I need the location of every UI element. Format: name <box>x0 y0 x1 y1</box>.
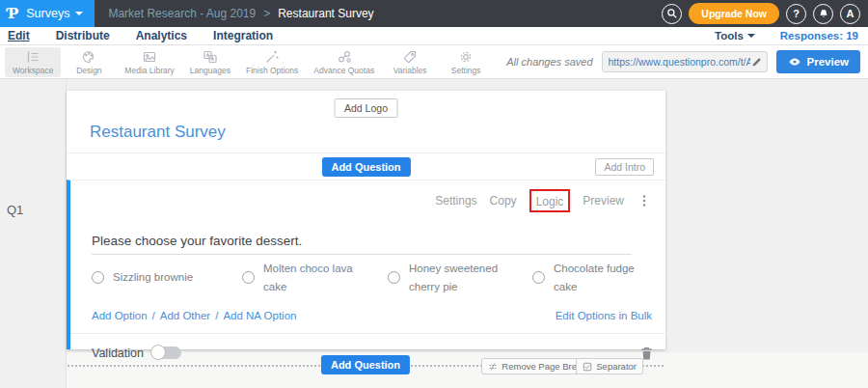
toolbar-item-design[interactable]: Design <box>61 47 117 77</box>
search-icon <box>666 8 678 19</box>
survey-card: Add Logo Restaurant Survey Add Question … <box>67 91 665 349</box>
notifications-button[interactable] <box>813 4 833 24</box>
questionpro-logo: Ƥ <box>8 5 18 22</box>
option-chocolate-fudge-cake: Chocolate fudge cake <box>532 260 656 296</box>
link-separator: / <box>215 310 218 321</box>
add-intro-button[interactable]: Add Intro <box>595 158 654 176</box>
radio-button[interactable] <box>532 271 545 284</box>
breadcrumb-separator: > <box>263 7 270 20</box>
palette-icon <box>81 49 96 65</box>
surveys-menu-label: Surveys <box>26 7 83 20</box>
account-avatar[interactable]: A <box>840 4 860 24</box>
chevron-down-icon <box>75 12 83 15</box>
survey-title[interactable]: Restaurant Survey <box>90 123 226 142</box>
toolbar-item-advance-quotas[interactable]: Advance Quotas <box>306 47 382 77</box>
toolbar-item-languages[interactable]: Languages <box>182 47 238 77</box>
editor-canvas: Q1 Add Logo Restaurant Survey Add Questi… <box>0 79 868 388</box>
toolbar-item-settings[interactable]: Settings <box>438 47 494 77</box>
question-block: Settings Copy Logic Preview Please choos… <box>67 180 665 349</box>
toolbar-item-workspace[interactable]: Workspace <box>5 47 61 77</box>
bell-icon <box>818 8 829 19</box>
add-question-button-top[interactable]: Add Question <box>321 157 410 177</box>
tag-icon <box>402 49 418 65</box>
nav-tab-edit[interactable]: Edit <box>8 29 30 42</box>
question-actions: Settings Copy Logic Preview <box>435 189 652 212</box>
image-icon <box>142 49 157 65</box>
gear-icon <box>458 49 474 65</box>
chain-icon <box>337 49 352 65</box>
answer-options: Sizzling brownie Molten choco lava cake … <box>92 260 656 296</box>
intro-row: Add Question Add Intro <box>67 152 665 180</box>
question-preview-link[interactable]: Preview <box>583 194 624 208</box>
add-na-option-link[interactable]: Add NA Option <box>223 310 296 321</box>
topbar-actions: Upgrade Now ? A <box>662 3 868 24</box>
toolbar-item-variables[interactable]: Variables <box>382 47 438 77</box>
option-molten-choco-lava-cake: Molten choco lava cake <box>242 260 388 296</box>
breadcrumb: Market Research - Aug 2019 > Restaurant … <box>108 7 373 20</box>
breadcrumb-folder[interactable]: Market Research - Aug 2019 <box>108 7 256 20</box>
wand-icon <box>264 49 280 65</box>
survey-url-box <box>602 51 768 72</box>
workspace-icon <box>25 49 41 65</box>
question-logic-link[interactable]: Logic <box>536 195 564 208</box>
page-break-icon <box>488 362 498 372</box>
nav-tab-distribute[interactable]: Distribute <box>56 29 110 42</box>
edit-url-button[interactable] <box>750 56 763 69</box>
option-links: Add Option / Add Other / Add NA Option <box>92 310 296 321</box>
chevron-down-icon <box>747 34 755 38</box>
add-other-link[interactable]: Add Other <box>160 310 210 321</box>
editor-toolbar: Workspace Design Media Library Languages… <box>0 45 868 79</box>
top-bar: Ƥ Surveys Market Research - Aug 2019 > R… <box>0 0 868 27</box>
search-button[interactable] <box>662 4 682 24</box>
responses-link[interactable]: Responses: 19 <box>780 30 858 42</box>
nav-right: Tools Responses: 19 <box>715 30 858 42</box>
survey-nav: Edit Distribute Analytics Integration To… <box>0 27 868 45</box>
edit-options-in-bulk-link[interactable]: Edit Options in Bulk <box>556 310 652 321</box>
option-sizzling-brownie: Sizzling brownie <box>92 260 242 296</box>
toolbar-item-media-library[interactable]: Media Library <box>117 47 182 77</box>
pencil-icon <box>750 56 763 69</box>
add-logo-button[interactable]: Add Logo <box>334 98 398 118</box>
link-separator: / <box>152 310 155 321</box>
separator-toggle-button[interactable]: Separator <box>576 358 643 374</box>
radio-button[interactable] <box>388 271 400 284</box>
kebab-menu-icon <box>638 194 650 208</box>
page-break-row: Add Question Remove Page Break Separator <box>0 354 868 383</box>
tools-dropdown[interactable]: Tools <box>715 30 755 42</box>
question-text[interactable]: Please choose your favorite dessert. <box>92 234 632 255</box>
save-status: All changes saved <box>506 56 592 68</box>
question-settings-link[interactable]: Settings <box>435 194 476 208</box>
toolbar-item-finish-options[interactable]: Finish Options <box>238 47 306 77</box>
question-more-menu[interactable] <box>637 194 652 208</box>
option-honey-sweetened-cherry-pie: Honey sweetened cherry pie <box>388 260 532 296</box>
translate-icon <box>203 49 218 65</box>
add-question-button-bottom[interactable]: Add Question <box>321 355 410 374</box>
eye-icon <box>788 56 801 68</box>
nav-tab-integration[interactable]: Integration <box>213 29 273 42</box>
question-number-label: Q1 <box>7 203 23 217</box>
add-option-link[interactable]: Add Option <box>92 310 148 321</box>
question-copy-link[interactable]: Copy <box>490 194 517 208</box>
radio-button[interactable] <box>242 271 255 284</box>
nav-tab-analytics[interactable]: Analytics <box>136 29 187 42</box>
upgrade-now-button[interactable]: Upgrade Now <box>689 3 779 24</box>
questionpro-survey-editor: Ƥ Surveys Market Research - Aug 2019 > R… <box>0 0 868 388</box>
logic-highlight-box: Logic <box>529 189 571 212</box>
help-button[interactable]: ? <box>786 4 806 24</box>
survey-url-input[interactable] <box>609 56 750 68</box>
checkbox-checked-icon <box>583 362 592 372</box>
radio-button[interactable] <box>92 271 104 284</box>
surveys-menu[interactable]: Ƥ Surveys <box>0 0 95 27</box>
preview-button[interactable]: Preview <box>776 50 860 73</box>
breadcrumb-survey-name: Restaurant Survey <box>278 7 373 20</box>
toolbar-right: All changes saved Preview <box>506 50 868 73</box>
